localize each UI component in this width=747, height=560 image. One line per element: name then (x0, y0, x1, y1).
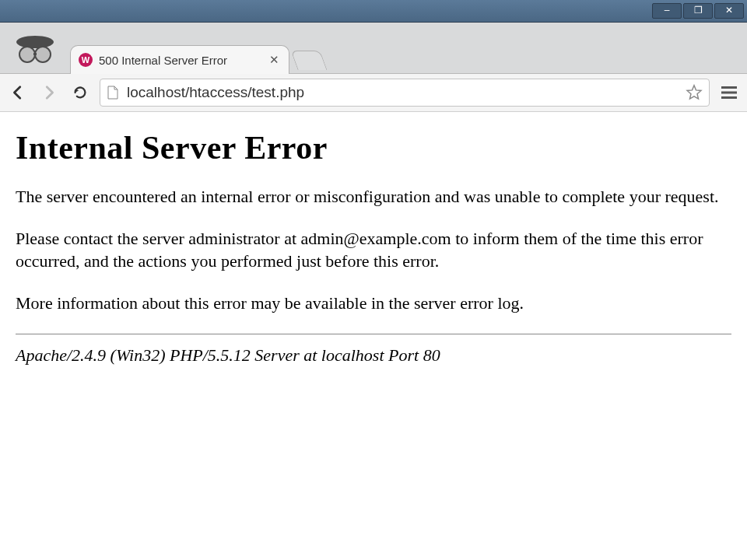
error-paragraph-2: Please contact the server administrator … (16, 227, 731, 273)
error-divider (16, 334, 731, 334)
svg-rect-6 (721, 96, 737, 99)
tab-strip: W 500 Internal Server Error ✕ (0, 23, 747, 74)
page-content: Internal Server Error The server encount… (0, 112, 747, 560)
error-paragraph-3: More information about this error may be… (16, 292, 731, 315)
incognito-icon (13, 30, 57, 67)
page-icon (107, 86, 119, 100)
server-signature: Apache/2.4.9 (Win32) PHP/5.5.12 Server a… (16, 345, 731, 366)
error-heading: Internal Server Error (16, 129, 731, 166)
tab-favicon: W (79, 53, 93, 67)
forward-button[interactable] (37, 81, 61, 104)
incognito-indicator (0, 23, 70, 73)
titlebar: – ❐ ✕ (0, 0, 747, 23)
close-window-button[interactable]: ✕ (714, 3, 744, 19)
reload-button[interactable] (68, 81, 92, 104)
menu-button[interactable] (717, 81, 741, 104)
svg-rect-5 (721, 92, 737, 94)
svg-point-0 (16, 36, 54, 48)
desktop: – ❐ ✕ W 500 Internal Server Er (0, 0, 747, 560)
browser-window: – ❐ ✕ W 500 Internal Server Er (0, 0, 747, 560)
tab-title: 500 Internal Server Error (99, 54, 267, 67)
svg-point-2 (35, 47, 51, 62)
svg-rect-4 (721, 86, 737, 89)
active-tab[interactable]: W 500 Internal Server Error ✕ (70, 45, 289, 74)
back-button[interactable] (6, 81, 30, 104)
minimize-button[interactable]: – (652, 3, 682, 19)
bookmark-star-icon[interactable] (686, 84, 703, 101)
address-bar[interactable] (100, 79, 710, 107)
url-input[interactable] (125, 83, 679, 102)
maximize-button[interactable]: ❐ (683, 3, 713, 19)
error-paragraph-1: The server encountered an internal error… (16, 185, 731, 208)
toolbar (0, 74, 747, 112)
tab-close-button[interactable]: ✕ (267, 53, 281, 67)
svg-point-1 (19, 47, 35, 62)
new-tab-button[interactable] (290, 51, 327, 70)
svg-rect-3 (33, 53, 37, 55)
